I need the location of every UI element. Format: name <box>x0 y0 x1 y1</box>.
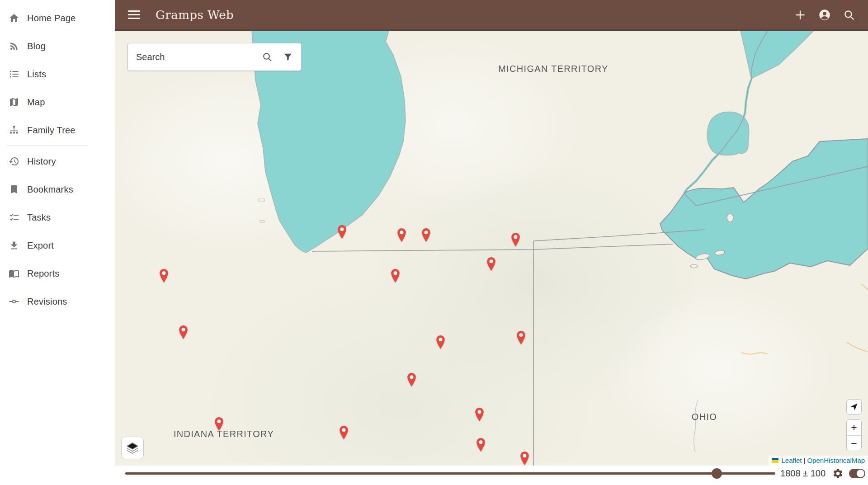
toggle-knob <box>857 470 864 477</box>
map-pin[interactable] <box>337 225 347 239</box>
map-icon <box>9 97 19 108</box>
openhistoricalmap-link[interactable]: OpenHistoricalMap <box>807 457 865 464</box>
sidebar-item-map[interactable]: Map <box>0 88 115 116</box>
sidebar-item-label: Home Page <box>27 13 75 24</box>
map-pin[interactable] <box>516 330 526 345</box>
leaflet-link[interactable]: Leaflet <box>781 457 802 464</box>
territory-label: OHIO <box>692 412 717 422</box>
book-icon <box>9 268 19 279</box>
map-pin[interactable] <box>474 407 485 422</box>
map-pin[interactable] <box>519 451 530 466</box>
sidebar-item-reports[interactable]: Reports <box>0 259 115 287</box>
sidebar-item-label: Family Tree <box>27 125 75 136</box>
sidebar-nav: Home Page Blog Lists Map Family Tree H <box>0 0 115 315</box>
sidebar-item-label: Lists <box>27 69 46 80</box>
map-pin[interactable] <box>178 325 189 339</box>
gear-icon[interactable] <box>832 468 844 480</box>
sidebar-item-family-tree[interactable]: Family Tree <box>0 116 115 144</box>
sidebar-item-bookmarks[interactable]: Bookmarks <box>0 175 115 203</box>
layers-icon <box>126 441 139 455</box>
map-pin[interactable] <box>406 372 417 387</box>
sidebar-item-revisions[interactable]: Revisions <box>0 287 115 315</box>
territory-label: MICHIGAN TERRITORY <box>498 64 608 74</box>
history-icon <box>9 156 19 167</box>
app-title: Gramps Web <box>156 8 234 22</box>
family-tree-icon <box>9 125 19 136</box>
sidebar-item-label: Revisions <box>27 297 67 307</box>
map-pin[interactable] <box>339 425 349 440</box>
sidebar-item-label: History <box>27 156 56 167</box>
year-slider[interactable] <box>125 472 775 475</box>
map-search-box <box>127 43 302 71</box>
download-icon <box>9 240 19 251</box>
search-input[interactable] <box>128 52 257 62</box>
year-slider-thumb[interactable] <box>712 468 722 479</box>
map-pin[interactable] <box>435 335 446 349</box>
year-value: 1808 ± 100 <box>775 466 826 481</box>
sidebar-item-home-page[interactable]: Home Page <box>0 4 115 32</box>
search-icon[interactable] <box>838 4 860 26</box>
layers-control-button[interactable] <box>121 437 144 459</box>
sidebar-item-tasks[interactable]: Tasks <box>0 203 115 231</box>
bookmark-icon <box>9 184 19 195</box>
map-pin[interactable] <box>159 268 169 283</box>
sidebar-item-label: Reports <box>27 268 59 279</box>
ukraine-flag-icon <box>772 458 778 463</box>
map-pin[interactable] <box>421 228 431 242</box>
add-icon[interactable] <box>789 4 811 26</box>
map-pin[interactable] <box>510 232 521 247</box>
menu-icon[interactable] <box>123 4 145 26</box>
sidebar-item-label: Map <box>27 97 45 108</box>
locate-control-button[interactable] <box>846 399 862 414</box>
sidebar-item-label: Bookmarks <box>27 184 73 195</box>
sidebar-item-label: Export <box>27 240 54 251</box>
sidebar-item-history[interactable]: History <box>0 147 115 175</box>
filter-icon[interactable] <box>278 47 298 67</box>
sidebar-item-blog[interactable]: Blog <box>0 32 115 60</box>
map-pin[interactable] <box>486 257 496 271</box>
sidebar: Home Page Blog Lists Map Family Tree H <box>0 0 115 485</box>
timeline-toggle[interactable] <box>849 469 865 478</box>
checklist-icon <box>9 212 19 223</box>
map-pin[interactable] <box>390 268 401 283</box>
gramps-web-app: Home Page Blog Lists Map Family Tree H <box>0 0 868 485</box>
map-canvas[interactable]: MICHIGAN TERRITORYINDIANA TERRITORYOHIO <box>115 31 868 466</box>
navigation-arrow-icon <box>849 402 859 411</box>
rss-icon <box>9 41 19 52</box>
map-pin[interactable] <box>476 438 486 452</box>
sidebar-item-label: Blog <box>27 41 46 52</box>
zoom-control: + − <box>846 419 862 451</box>
search-icon[interactable] <box>257 47 278 67</box>
sidebar-divider <box>6 146 88 146</box>
sidebar-item-export[interactable]: Export <box>0 231 115 259</box>
sidebar-item-label: Tasks <box>27 212 51 223</box>
app-header: Gramps Web <box>115 0 868 31</box>
timeline-bar: 1808 ± 100 <box>115 466 868 485</box>
home-icon <box>9 13 19 24</box>
zoom-in-button[interactable]: + <box>847 420 861 436</box>
map-pin[interactable] <box>214 417 224 431</box>
sidebar-item-lists[interactable]: Lists <box>0 60 115 88</box>
map-pin[interactable] <box>396 228 407 242</box>
zoom-out-button[interactable]: − <box>847 436 861 451</box>
map-attribution: Leaflet | OpenHistoricalMap <box>769 456 868 466</box>
list-icon <box>9 69 19 80</box>
attribution-separator: | <box>804 457 806 464</box>
map-geography <box>115 31 868 466</box>
lake-erie <box>660 139 868 279</box>
account-icon[interactable] <box>814 4 835 26</box>
border-fulton-line <box>312 244 673 251</box>
commit-icon <box>9 296 19 307</box>
